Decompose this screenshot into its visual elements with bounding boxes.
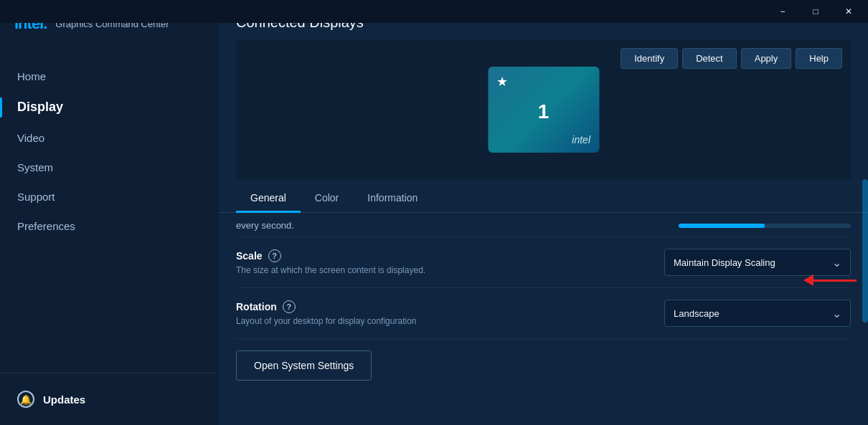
minimize-button[interactable]: − — [766, 0, 799, 23]
scale-label-row: Scale ? — [236, 249, 425, 262]
bell-icon: 🔔 — [17, 391, 34, 408]
sidebar-item-system[interactable]: System — [0, 153, 219, 182]
scale-label-group: Scale ? The size at which the screen con… — [236, 249, 425, 275]
apply-button[interactable]: Apply — [741, 48, 792, 69]
main-content: Connected Displays Identify Detect Apply… — [219, 0, 868, 425]
scrollbar[interactable] — [862, 179, 868, 323]
sidebar-item-display[interactable]: Display — [0, 91, 219, 123]
tab-information[interactable]: Information — [353, 185, 432, 213]
updates-item[interactable]: 🔔 Updates — [14, 385, 204, 414]
titlebar-controls: − □ ✕ — [766, 0, 865, 23]
maximize-button[interactable]: □ — [799, 0, 832, 23]
tabs-bar: General Color Information — [219, 185, 868, 213]
monitor-brand: intel — [496, 134, 590, 145]
display-toolbar: Identify Detect Apply Help — [621, 48, 842, 69]
sidebar-item-video[interactable]: Video — [0, 123, 219, 153]
scale-description: The size at which the screen content is … — [236, 265, 425, 275]
help-button[interactable]: Help — [796, 48, 842, 69]
sidebar: intel. Graphics Command Center Home Disp… — [0, 0, 219, 425]
sidebar-bottom: 🔔 Updates — [0, 373, 219, 425]
arrow-head — [803, 274, 813, 286]
open-system-settings-button[interactable]: Open System Settings — [236, 350, 372, 381]
updates-label: Updates — [43, 393, 85, 406]
red-arrow-annotation — [803, 274, 857, 286]
close-button[interactable]: ✕ — [832, 0, 865, 23]
monitor-number: 1 — [496, 100, 590, 123]
scale-value: Maintain Display Scaling — [674, 257, 775, 268]
sidebar-item-preferences[interactable]: Preferences — [0, 211, 219, 241]
arrow-line — [813, 280, 857, 282]
context-bar — [679, 224, 851, 228]
rotation-description: Layout of your desktop for display confi… — [236, 316, 416, 326]
context-text: every second. — [236, 220, 294, 231]
tab-general[interactable]: General — [236, 185, 301, 213]
titlebar: − □ ✕ — [0, 0, 868, 23]
rotation-label: Rotation — [236, 301, 277, 312]
display-area: Identify Detect Apply Help ★ 1 intel — [236, 39, 851, 179]
rotation-dropdown-arrow: ⌄ — [832, 307, 841, 320]
scale-dropdown-arrow: ⌄ — [832, 256, 841, 269]
scale-row: Scale ? The size at which the screen con… — [236, 237, 851, 288]
rotation-label-row: Rotation ? — [236, 300, 416, 313]
sidebar-nav: Home Display Video System Support Prefer… — [0, 47, 219, 373]
sidebar-item-support[interactable]: Support — [0, 182, 219, 211]
tab-color[interactable]: Color — [301, 185, 353, 213]
sidebar-item-home[interactable]: Home — [0, 62, 219, 91]
monitor-star-icon: ★ — [496, 74, 590, 90]
identify-button[interactable]: Identify — [621, 48, 678, 69]
rotation-dropdown[interactable]: Landscape ⌄ — [664, 300, 851, 327]
context-row: every second. — [236, 213, 851, 237]
monitor-display[interactable]: ★ 1 intel — [488, 67, 599, 153]
detect-button[interactable]: Detect — [682, 48, 737, 69]
scale-label: Scale — [236, 250, 263, 262]
rotation-row: Rotation ? Layout of your desktop for di… — [236, 288, 851, 339]
rotation-value: Landscape — [674, 308, 720, 319]
rotation-label-group: Rotation ? Layout of your desktop for di… — [236, 300, 416, 326]
scale-dropdown[interactable]: Maintain Display Scaling ⌄ — [664, 249, 851, 276]
rotation-help-icon[interactable]: ? — [283, 300, 296, 313]
settings-content: every second. Scale ? The size at which … — [219, 213, 868, 425]
scale-help-icon[interactable]: ? — [268, 249, 281, 262]
context-bar-fill — [679, 224, 765, 228]
